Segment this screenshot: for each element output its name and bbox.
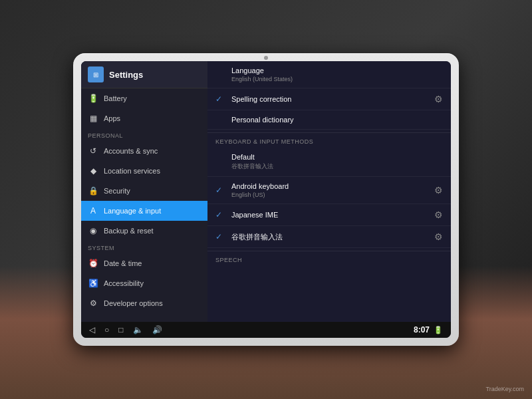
spelling-correction-item[interactable]: ✓ Spelling correction ⚙ (207, 88, 451, 110)
apps-label: Apps (104, 114, 120, 122)
language-subtitle: English (United States) (231, 76, 443, 82)
apps-icon: ▦ (88, 113, 98, 124)
speech-section-header: SPEECH (207, 251, 451, 266)
sidebar-item-location-services[interactable]: ◆ Location services (81, 161, 207, 181)
personal-dictionary-item[interactable]: Personal dictionary (207, 110, 451, 130)
android-keyboard-settings-icon[interactable]: ⚙ (434, 185, 443, 196)
default-keyboard-item[interactable]: Default 谷歌拼音输入法 (207, 148, 451, 177)
google-pinyin-item[interactable]: ✓ 谷歌拼音输入法 ⚙ (207, 226, 451, 248)
photo-background: ⊞ Settings 🔋 Battery ▦ Apps (0, 0, 532, 399)
volume-down-icon[interactable]: 🔈 (133, 325, 143, 334)
accounts-sync-label: Accounts & sync (104, 147, 158, 155)
sidebar: ⊞ Settings 🔋 Battery ▦ Apps (81, 61, 207, 322)
japanese-ime-inner: Japanese IME (231, 211, 434, 219)
tablet-screen: ⊞ Settings 🔋 Battery ▦ Apps (81, 61, 451, 338)
spelling-correction-title: Spelling correction (231, 95, 434, 103)
accessibility-icon: ♿ (88, 278, 98, 289)
keyboard-section-header: KEYBOARD & INPUT METHODS (207, 132, 451, 148)
spelling-settings-icon[interactable]: ⚙ (434, 94, 443, 104)
camera-bump (264, 56, 268, 60)
sidebar-item-backup-reset[interactable]: ◉ Backup & reset (81, 221, 207, 241)
japanese-ime-title: Japanese IME (231, 211, 434, 219)
sidebar-item-accessibility[interactable]: ♿ Accessibility (81, 273, 207, 293)
spelling-correction-inner: Spelling correction (231, 95, 434, 103)
battery-icon: 🔋 (88, 93, 98, 104)
spelling-check-icon: ✓ (215, 94, 226, 104)
google-pinyin-inner: 谷歌拼音输入法 (231, 232, 434, 242)
android-keyboard-item[interactable]: ✓ Android keyboard English (US) ⚙ (207, 177, 451, 204)
main-content-area: Language English (United States) ✓ Spell… (207, 61, 451, 322)
sidebar-item-language-input[interactable]: A Language & input (81, 201, 207, 221)
android-keyboard-inner: Android keyboard English (US) (231, 182, 434, 198)
japanese-ime-settings-icon[interactable]: ⚙ (434, 209, 443, 220)
tablet-device: ⊞ Settings 🔋 Battery ▦ Apps (73, 53, 459, 346)
accessibility-label: Accessibility (104, 279, 144, 287)
personal-dictionary-title: Personal dictionary (231, 116, 443, 124)
backup-icon: ◉ (88, 225, 98, 236)
status-right: 8:07 🔋 (414, 325, 443, 334)
language-item[interactable]: Language English (United States) (207, 61, 451, 88)
personal-dictionary-inner: Personal dictionary (231, 116, 443, 124)
default-inner: Default 谷歌拼音输入法 (231, 153, 443, 171)
sidebar-item-developer-options[interactable]: ⚙ Developer options (81, 293, 207, 313)
sidebar-item-apps[interactable]: ▦ Apps (81, 108, 207, 128)
google-pinyin-check: ✓ (215, 232, 226, 241)
language-icon: A (88, 205, 98, 216)
settings-header-icon: ⊞ (88, 66, 104, 82)
navigation-icons: ◁ ○ □ 🔈 🔊 (89, 325, 162, 334)
google-pinyin-settings-icon[interactable]: ⚙ (434, 231, 443, 242)
battery-status-icon: 🔋 (434, 326, 443, 334)
google-pinyin-title: 谷歌拼音输入法 (231, 232, 434, 242)
language-title: Language (231, 66, 443, 74)
developer-icon: ⚙ (88, 298, 98, 309)
security-label: Security (104, 187, 130, 195)
time-display: 8:07 (414, 325, 430, 334)
back-icon[interactable]: ◁ (89, 325, 95, 334)
security-icon: 🔒 (88, 186, 98, 196)
location-services-label: Location services (104, 167, 160, 175)
default-title: Default (231, 153, 443, 161)
japanese-ime-check: ✓ (215, 210, 226, 219)
screen-content: ⊞ Settings 🔋 Battery ▦ Apps (81, 61, 451, 322)
status-bar: ◁ ○ □ 🔈 🔊 8:07 🔋 (81, 322, 451, 338)
recents-icon[interactable]: □ (118, 325, 123, 334)
volume-up-icon[interactable]: 🔊 (152, 325, 162, 334)
sidebar-item-accounts-sync[interactable]: ↺ Accounts & sync (81, 141, 207, 161)
android-keyboard-subtitle: English (US) (231, 192, 434, 198)
android-keyboard-check: ✓ (215, 186, 226, 195)
home-icon[interactable]: ○ (104, 325, 109, 334)
language-input-label: Language & input (104, 207, 161, 215)
location-icon: ◆ (88, 166, 98, 176)
default-subtitle: 谷歌拼音输入法 (231, 162, 443, 171)
system-section-label: SYSTEM (81, 241, 207, 253)
settings-icon: ⊞ (93, 71, 98, 78)
japanese-ime-item[interactable]: ✓ Japanese IME ⚙ (207, 204, 451, 226)
settings-title: Settings (109, 70, 143, 80)
battery-label: Battery (104, 94, 127, 102)
sidebar-item-security[interactable]: 🔒 Security (81, 181, 207, 201)
settings-header: ⊞ Settings (81, 61, 207, 88)
watermark: TradeKey.com (485, 386, 524, 392)
sidebar-item-date-time[interactable]: ⏰ Date & time (81, 253, 207, 273)
date-time-label: Date & time (104, 259, 142, 267)
developer-options-label: Developer options (104, 299, 163, 307)
sidebar-item-battery[interactable]: 🔋 Battery (81, 88, 207, 108)
language-item-inner: Language English (United States) (231, 66, 443, 82)
date-time-icon: ⏰ (88, 258, 98, 269)
backup-reset-label: Backup & reset (104, 227, 154, 235)
personal-section-label: PERSONAL (81, 128, 207, 141)
android-keyboard-title: Android keyboard (231, 182, 434, 190)
accounts-icon: ↺ (88, 146, 98, 156)
